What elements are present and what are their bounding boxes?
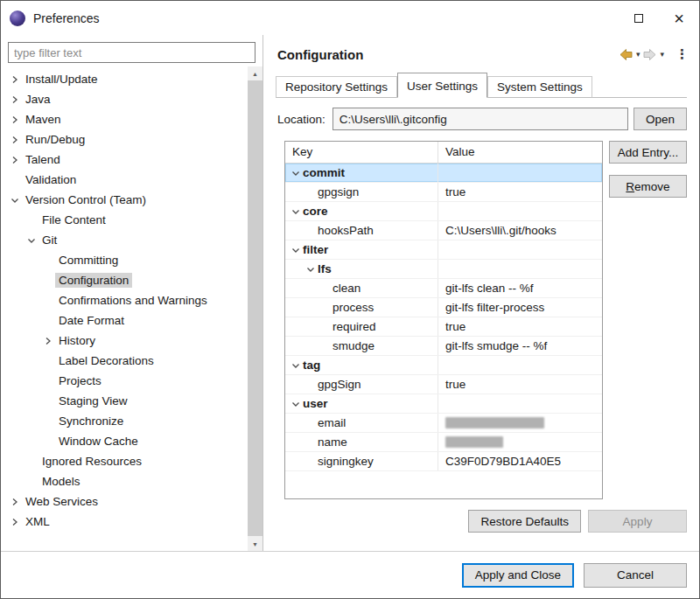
config-row-commit[interactable]: commit [285,164,602,183]
tree-item-date-format[interactable]: Date Format [1,310,262,331]
tree-item-history[interactable]: History [1,331,262,351]
tab-system-settings[interactable]: System Settings [487,76,592,98]
tree-item-validation[interactable]: Validation [1,170,262,190]
chevron-spacer [41,435,55,449]
forward-dropdown-icon[interactable]: ▾ [660,50,664,59]
tree-item-install-update[interactable]: Install/Update [1,69,262,89]
chevron-right-icon[interactable] [41,334,55,348]
chevron-down-icon[interactable] [289,205,303,219]
tab-repository-settings[interactable]: Repository Settings [276,76,397,98]
tree-item-talend[interactable]: Talend [1,150,262,170]
tree-item-ignored-resources[interactable]: Ignored Resources [1,451,262,471]
config-row-email[interactable]: email [285,414,602,433]
config-key: core [303,205,328,218]
config-key: email [318,416,346,429]
chevron-down-icon[interactable] [289,359,303,373]
chevron-down-icon[interactable] [289,397,303,411]
chevron-spacer [318,320,332,334]
chevron-right-icon[interactable] [8,515,22,529]
chevron-spacer [24,475,38,489]
chevron-spacer [41,354,55,368]
location-input[interactable] [332,108,628,130]
tree-item-java[interactable]: Java [1,89,262,109]
tree-item-file-content[interactable]: File Content [1,210,262,230]
config-row-signingkey[interactable]: signingkeyC39F0D79BD1A40E5 [285,452,602,471]
sidebar-scrollbar[interactable]: ▲▼ [248,66,262,551]
tree-item-maven[interactable]: Maven [1,109,262,129]
tree-item-version-control-team[interactable]: Version Control (Team) [1,190,262,210]
tree-item-synchronize[interactable]: Synchronize [1,411,262,431]
tree-item-committing[interactable]: Committing [1,250,262,270]
config-row-process[interactable]: processgit-lfs filter-process [285,298,602,317]
column-header-value[interactable]: Value [438,142,602,163]
config-row-core[interactable]: core [285,202,602,221]
config-row-gpgsign[interactable]: gpgsigntrue [285,183,602,202]
title-bar: Preferences × [1,1,699,35]
config-key: required [332,320,376,333]
remove-button[interactable]: Remove [609,175,687,198]
config-row-filter[interactable]: filter [285,240,602,260]
scroll-down-icon[interactable]: ▼ [248,537,262,551]
window-title: Preferences [33,11,99,25]
tree-item-staging-view[interactable]: Staging View [1,391,262,411]
back-dropdown-icon[interactable]: ▾ [636,50,640,59]
back-icon[interactable] [619,47,634,62]
tree-item-web-services[interactable]: Web Services [1,491,262,512]
location-row: Location: Open [277,108,687,130]
chevron-right-icon[interactable] [8,153,22,167]
tree-item-git[interactable]: Git [1,230,262,250]
chevron-down-icon[interactable] [304,262,318,276]
restore-defaults-button[interactable]: Restore Defaults [468,510,581,533]
config-row-smudge[interactable]: smudgegit-lfs smudge -- %f [285,337,602,356]
config-row-tag[interactable]: tag [285,356,602,375]
chevron-right-icon[interactable] [8,93,22,107]
config-row-name[interactable]: name [285,433,602,452]
chevron-down-icon[interactable] [289,166,303,180]
apply-and-close-button[interactable]: Apply and Close [462,563,574,588]
config-key: user [303,397,328,410]
tree-item-label: Committing [55,253,122,268]
config-row-lfs[interactable]: lfs [285,260,602,279]
column-header-key[interactable]: Key [285,142,438,163]
add-entry-button[interactable]: Add Entry... [609,141,687,164]
tab-user-settings[interactable]: User Settings [397,73,487,98]
chevron-spacer [318,301,332,315]
config-key: hooksPath [318,224,374,237]
chevron-right-icon[interactable] [8,73,22,87]
config-value: true [445,185,466,199]
scrollbar-thumb[interactable] [248,80,262,536]
tree-item-configuration[interactable]: Configuration [1,270,262,290]
chevron-down-icon[interactable] [8,193,22,207]
maximize-button[interactable] [619,1,659,35]
cancel-button[interactable]: Cancel [584,563,687,588]
tree-item-label-decorations[interactable]: Label Decorations [1,351,262,371]
view-menu-icon[interactable]: ⋮ [676,46,689,62]
tree-item-label: Label Decorations [55,353,158,368]
forward-icon[interactable] [642,47,657,62]
tree-item-models[interactable]: Models [1,471,262,491]
apply-button[interactable]: Apply [588,510,687,533]
tree-item-confirmations-and-warnings[interactable]: Confirmations and Warnings [1,290,262,310]
filter-input[interactable] [8,42,256,63]
config-row-hookspath[interactable]: hooksPathC:\Users\lli\.git/hooks [285,221,602,240]
chevron-right-icon[interactable] [8,133,22,147]
chevron-right-icon[interactable] [8,495,22,509]
chevron-down-icon[interactable] [24,233,38,247]
config-row-required[interactable]: requiredtrue [285,317,602,337]
open-button[interactable]: Open [634,108,687,130]
scroll-up-icon[interactable]: ▲ [248,66,262,80]
close-button[interactable]: × [659,1,699,35]
tree-item-window-cache[interactable]: Window Cache [1,431,262,451]
config-row-clean[interactable]: cleangit-lfs clean -- %f [285,279,602,298]
tree-item-label: Install/Update [22,72,102,87]
chevron-spacer [304,185,318,199]
tree-item-projects[interactable]: Projects [1,371,262,391]
tree-item-run-debug[interactable]: Run/Debug [1,129,262,150]
chevron-down-icon[interactable] [289,243,303,257]
tree-item-label: File Content [38,212,109,227]
tree-item-xml[interactable]: XML [1,512,262,532]
config-row-gpgsign[interactable]: gpgSigntrue [285,375,602,394]
config-row-user[interactable]: user [285,394,602,414]
tree-item-label: Models [38,474,84,489]
chevron-right-icon[interactable] [8,113,22,127]
